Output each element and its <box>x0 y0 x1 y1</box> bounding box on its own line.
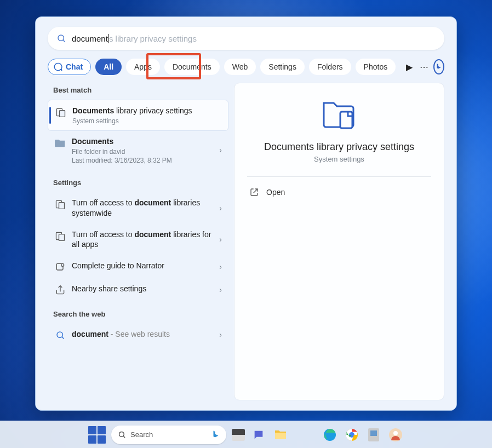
task-view-icon[interactable] <box>232 429 245 441</box>
chrome-icon[interactable] <box>344 427 360 443</box>
filter-web[interactable]: Web <box>224 59 256 75</box>
more-icon[interactable]: ⋯ <box>419 59 429 74</box>
result-title: Nearby share settings <box>72 284 214 294</box>
bing-icon <box>211 430 221 440</box>
svg-point-0 <box>58 35 64 41</box>
result-setting-systemwide[interactable]: Turn off access to document libraries sy… <box>48 192 228 224</box>
divider <box>247 176 431 177</box>
result-best-match[interactable]: Documents library privacy settings Syste… <box>48 100 228 131</box>
result-title: document - See web results <box>72 329 214 340</box>
section-best-match: Best match <box>53 86 226 94</box>
search-icon <box>56 33 66 43</box>
preview-open-label: Open <box>266 188 285 197</box>
start-button[interactable] <box>88 426 106 444</box>
preview-open-action[interactable]: Open <box>234 183 444 201</box>
filter-chat-label: Chat <box>66 62 83 71</box>
section-search-web: Search the web <box>53 310 226 318</box>
edge-icon[interactable] <box>322 427 338 443</box>
result-title: Documents library privacy settings <box>72 106 221 116</box>
open-icon <box>250 188 259 197</box>
documents-library-icon <box>54 199 66 210</box>
preview-sub: System settings <box>314 155 364 163</box>
results-column: Best match Documents library privacy set… <box>48 83 228 400</box>
taskbar-search[interactable]: Search <box>111 426 226 444</box>
preview-title: Documents library privacy settings <box>264 141 414 153</box>
svg-rect-3 <box>60 111 65 117</box>
bing-chat-icon <box>54 62 62 71</box>
svg-rect-12 <box>340 112 352 128</box>
search-ghost-text: s library privacy settings <box>109 34 197 43</box>
filter-apps-label: Apps <box>134 62 152 71</box>
result-setting-narrator[interactable]: Complete guide to Narrator › <box>48 255 228 278</box>
result-setting-nearby[interactable]: Nearby share settings › <box>48 278 228 301</box>
documents-library-icon <box>55 107 67 118</box>
search-typed-text: document <box>72 34 109 43</box>
documents-library-icon <box>54 231 66 242</box>
search-icon <box>118 430 126 439</box>
documents-library-large-icon <box>321 97 358 134</box>
start-search-window: documents library privacy settings Chat … <box>35 16 457 411</box>
section-settings: Settings <box>53 179 226 187</box>
user-avatar-icon[interactable] <box>387 427 404 443</box>
svg-line-1 <box>63 40 65 42</box>
chevron-right-icon: › <box>219 146 222 154</box>
result-sub2: Last modified: 3/16/2023, 8:32 PM <box>72 157 214 164</box>
filter-folders[interactable]: Folders <box>309 59 351 75</box>
result-search-web[interactable]: document - See web results › <box>48 324 228 346</box>
result-sub: System settings <box>72 117 221 125</box>
file-explorer-icon[interactable] <box>272 427 289 443</box>
svg-rect-15 <box>275 433 286 439</box>
chevron-right-icon: › <box>219 330 222 339</box>
svg-line-14 <box>123 436 125 438</box>
svg-point-9 <box>61 264 64 267</box>
svg-rect-5 <box>59 202 65 209</box>
svg-point-13 <box>119 432 124 437</box>
filter-documents[interactable]: Documents <box>164 59 220 75</box>
filter-settings-label: Settings <box>268 62 296 71</box>
result-title: Documents <box>72 136 214 147</box>
narrator-icon <box>54 262 66 273</box>
share-icon <box>54 285 66 296</box>
result-setting-allapps[interactable]: Turn off access to document libraries fo… <box>48 224 228 256</box>
filter-row: Chat All Apps Documents Web Settings Fol… <box>48 59 444 75</box>
filter-documents-label: Documents <box>173 62 211 71</box>
chevron-right-icon: › <box>219 204 222 212</box>
bing-icon[interactable] <box>433 59 444 74</box>
filter-web-label: Web <box>232 62 248 71</box>
svg-rect-7 <box>59 234 65 240</box>
filter-folders-label: Folders <box>317 62 343 71</box>
search-bar[interactable]: documents library privacy settings <box>48 27 444 50</box>
filter-apps[interactable]: Apps <box>126 59 160 75</box>
play-icon[interactable]: ▶ <box>404 59 414 74</box>
svg-line-11 <box>62 337 64 339</box>
search-icon <box>54 330 66 340</box>
chat-icon[interactable] <box>250 427 267 443</box>
folder-icon <box>54 137 66 147</box>
filter-all-label: All <box>104 62 113 71</box>
filter-all[interactable]: All <box>95 59 122 75</box>
result-title: Turn off access to document libraries sy… <box>72 198 214 219</box>
taskbar-search-placeholder: Search <box>130 430 153 439</box>
preview-panel: Documents library privacy settings Syste… <box>234 83 444 400</box>
filter-photos[interactable]: Photos <box>356 59 396 75</box>
svg-rect-21 <box>370 430 377 436</box>
result-title: Turn off access to document libraries fo… <box>72 229 214 250</box>
chevron-right-icon: › <box>219 262 222 271</box>
filter-photos-label: Photos <box>364 62 388 71</box>
svg-point-10 <box>57 332 63 338</box>
app-icon[interactable] <box>365 427 382 443</box>
search-input[interactable]: documents library privacy settings <box>72 34 436 43</box>
filter-chat[interactable]: Chat <box>48 59 91 75</box>
result-title: Complete guide to Narrator <box>72 261 214 271</box>
chevron-right-icon: › <box>219 285 222 294</box>
chevron-right-icon: › <box>219 235 222 244</box>
result-sub: File folder in david <box>72 148 214 156</box>
result-documents-folder[interactable]: Documents File folder in david Last modi… <box>48 131 228 170</box>
taskbar: Search <box>0 421 492 448</box>
filter-settings[interactable]: Settings <box>260 59 305 75</box>
svg-point-23 <box>393 431 398 435</box>
